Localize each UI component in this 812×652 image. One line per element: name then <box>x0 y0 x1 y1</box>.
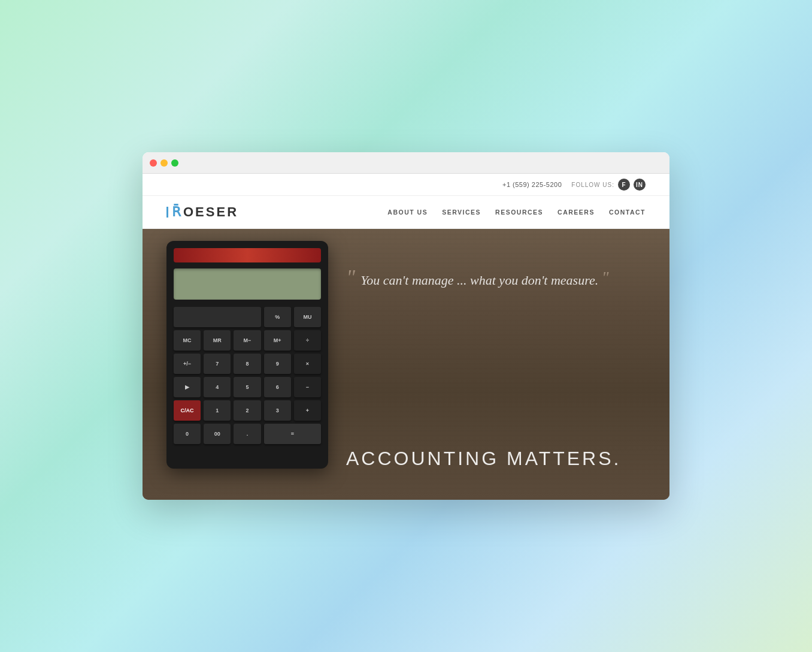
calc-btn-3[interactable]: 3 <box>264 400 291 421</box>
website-container: +1 (559) 225-5200 FOLLOW US: f in R̄ OES… <box>143 174 669 500</box>
calc-btn-2[interactable]: 2 <box>234 400 260 421</box>
nav-careers[interactable]: CAREERS <box>558 209 595 216</box>
nav-about-us[interactable]: ABOUT US <box>387 209 428 216</box>
follow-us-label: FOLLOW US: <box>571 182 614 188</box>
calc-btn-dot[interactable]: . <box>234 424 260 444</box>
calc-btn-divide[interactable]: ÷ <box>294 330 321 351</box>
calc-btn-4[interactable]: 4 <box>204 377 231 397</box>
calc-btn-mminus[interactable]: M− <box>234 330 260 351</box>
traffic-lights <box>150 159 178 167</box>
hero-tagline: ACCOUNTING MATTERS. <box>346 448 621 470</box>
calc-btn-clear[interactable]: C/AC <box>174 400 201 421</box>
calc-btn-plus[interactable]: + <box>294 400 321 421</box>
calc-btn-1[interactable]: 1 <box>204 400 231 421</box>
logo-icon: R̄ <box>172 204 181 220</box>
calculator-top-bar <box>174 248 321 262</box>
calc-btn-equals[interactable]: = <box>264 424 321 444</box>
hero-quote-content: " You can't manage ... what you don't me… <box>346 265 652 295</box>
nav-services[interactable]: SERVICES <box>442 209 481 216</box>
calc-btn-0[interactable]: 0 <box>174 424 201 444</box>
quote-text-content: You can't manage ... what you don't meas… <box>360 273 598 288</box>
calc-btn-multiply[interactable]: × <box>294 354 321 374</box>
calc-btn-minus[interactable]: − <box>294 377 321 397</box>
phone-number: +1 (559) 225-5200 <box>502 181 562 188</box>
quote-close-icon: " <box>602 268 609 286</box>
calc-btn-arrow[interactable]: ▶ <box>174 377 201 397</box>
calc-btn-mu[interactable]: MU <box>294 307 321 327</box>
calc-btn-00[interactable]: 00 <box>204 424 231 444</box>
calc-btn-9[interactable]: 9 <box>264 354 291 374</box>
main-nav: R̄ OESER ABOUT US SERVICES RESOURCES CAR… <box>143 196 669 229</box>
top-bar: +1 (559) 225-5200 FOLLOW US: f in <box>143 174 669 196</box>
calc-btn-8[interactable]: 8 <box>234 354 260 374</box>
minimize-button[interactable] <box>160 159 168 167</box>
logo-text: OESER <box>183 204 238 220</box>
calculator-image: % MU MC MR M− M+ ÷ +/− 7 8 9 × ▶ 4 <box>166 241 328 469</box>
calc-btn-5[interactable]: 5 <box>234 377 260 397</box>
calc-btn-percent[interactable]: % <box>264 307 291 327</box>
calc-btn-empty[interactable] <box>174 307 261 327</box>
follow-us-section: FOLLOW US: f in <box>571 179 646 191</box>
calc-btn-mr[interactable]: MR <box>204 330 231 351</box>
calc-btn-mplus[interactable]: M+ <box>264 330 291 351</box>
calculator-display <box>174 268 321 300</box>
logo-bar-icon <box>166 207 168 218</box>
calc-btn-mc[interactable]: MC <box>174 330 201 351</box>
calculator-buttons: % MU MC MR M− M+ ÷ +/− 7 8 9 × ▶ 4 <box>174 307 321 444</box>
browser-chrome <box>143 152 669 174</box>
browser-window: +1 (559) 225-5200 FOLLOW US: f in R̄ OES… <box>143 152 669 500</box>
linkedin-icon[interactable]: in <box>634 179 646 191</box>
calc-btn-6[interactable]: 6 <box>264 377 291 397</box>
nav-contact[interactable]: CONTACT <box>609 209 646 216</box>
calc-btn-plusminus[interactable]: +/− <box>174 354 201 374</box>
maximize-button[interactable] <box>171 159 178 167</box>
hero-section: % MU MC MR M− M+ ÷ +/− 7 8 9 × ▶ 4 <box>143 229 669 500</box>
quote-open-icon: " <box>346 265 360 289</box>
logo[interactable]: R̄ OESER <box>166 204 238 220</box>
hero-quote: " You can't manage ... what you don't me… <box>346 265 652 290</box>
nav-resources[interactable]: RESOURCES <box>495 209 543 216</box>
close-button[interactable] <box>150 159 157 167</box>
nav-links: ABOUT US SERVICES RESOURCES CAREERS CONT… <box>387 209 646 216</box>
facebook-icon[interactable]: f <box>618 179 630 191</box>
calc-btn-7[interactable]: 7 <box>204 354 231 374</box>
